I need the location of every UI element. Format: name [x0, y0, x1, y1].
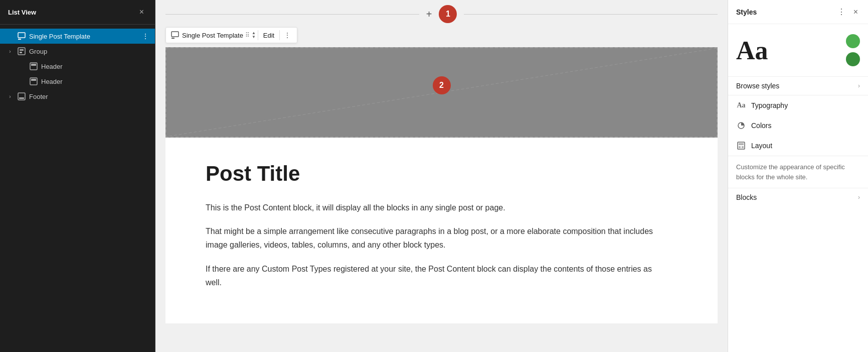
header2-icon	[29, 77, 38, 86]
style-preview: Aa	[728, 24, 868, 77]
svg-rect-8	[31, 79, 36, 81]
toolbar-more-button[interactable]: ⋮	[282, 30, 293, 40]
toolbar-edit-button[interactable]: Edit	[260, 31, 277, 40]
toolbar-divider-2	[279, 30, 280, 40]
layout-label: Layout	[751, 142, 772, 150]
layout-icon	[736, 141, 746, 151]
styles-panel-title: Styles	[736, 8, 757, 16]
post-title: Post Title	[206, 162, 667, 186]
tree-item-label-header2: Header	[41, 78, 149, 85]
post-content-area: Post Title This is the Post Content bloc…	[165, 138, 718, 323]
color-dot-2	[846, 52, 860, 66]
colors-left: Colors	[736, 121, 771, 131]
tree-item-options-single-post[interactable]: ⋮	[142, 32, 149, 40]
step-badge-1: 1	[439, 5, 457, 23]
svg-rect-10	[19, 97, 24, 99]
post-content-p3: If there are any Custom Post Types regis…	[206, 262, 667, 289]
svg-rect-2	[18, 48, 25, 55]
browse-styles-label: Browse styles	[736, 82, 779, 90]
main-canvas: + 1 Single Post Template ⠿ ▲ ▼ Edit ⋮	[155, 0, 728, 352]
expand-arrow-footer: ›	[6, 94, 14, 99]
svg-rect-0	[18, 33, 25, 38]
svg-rect-17	[739, 143, 744, 145]
svg-rect-12	[171, 38, 175, 39]
styles-description: Customize the appearance of specific blo…	[728, 156, 868, 188]
tree-list: Single Post Template ⋮ › Group	[0, 25, 155, 352]
right-panel: Styles ⋮ × Aa Browse styles › Aa Typogra…	[728, 0, 868, 352]
typography-icon: Aa	[736, 100, 746, 110]
post-content-p1: This is the Post Content block, it will …	[206, 201, 667, 214]
color-dot-1	[846, 34, 860, 48]
footer-icon	[17, 92, 26, 101]
toolbar-drag-handle[interactable]: ⠿	[245, 32, 250, 39]
tree-item-label-group: Group	[29, 48, 149, 55]
svg-rect-4	[20, 52, 22, 53]
toolbar-arrows: ▲ ▼	[252, 31, 256, 39]
close-list-view-button[interactable]: ×	[136, 7, 147, 17]
tree-item-single-post-template[interactable]: Single Post Template ⋮	[0, 29, 155, 44]
browse-styles-item[interactable]: Browse styles ›	[728, 77, 868, 95]
svg-rect-19	[742, 146, 744, 148]
styles-panel-header: Styles ⋮ ×	[728, 0, 868, 24]
toolbar-arrow-down[interactable]: ▼	[252, 35, 256, 39]
left-panel: List View × Single Post Template ⋮ ›	[0, 0, 155, 352]
template-icon	[17, 32, 26, 41]
list-view-title: List View	[8, 9, 36, 16]
left-panel-header: List View ×	[0, 0, 155, 25]
post-content: This is the Post Content block, it will …	[206, 201, 667, 289]
step-badge-2: 2	[433, 76, 451, 94]
tree-item-label-single-post: Single Post Template	[29, 33, 139, 40]
styles-close-button[interactable]: ×	[851, 7, 860, 18]
post-content-p2: That might be a simple arrangement like …	[206, 224, 667, 252]
blocks-item[interactable]: Blocks ›	[728, 188, 868, 206]
block-toolbar: Single Post Template ⠿ ▲ ▼ Edit ⋮	[165, 27, 297, 43]
layout-left: Layout	[736, 141, 772, 151]
type-preview: Aa	[736, 36, 768, 65]
add-block-button-top[interactable]: +	[426, 9, 432, 20]
toolbar-block-icon	[170, 30, 180, 40]
toolbar-divider	[258, 30, 258, 40]
group-icon	[17, 47, 26, 56]
typography-left: Aa Typography	[736, 100, 788, 110]
svg-rect-18	[739, 146, 741, 148]
typography-label: Typography	[751, 101, 788, 109]
blocks-chevron: ›	[858, 194, 860, 201]
browse-styles-chevron: ›	[858, 82, 860, 89]
template-block-container: Single Post Template ⠿ ▲ ▼ Edit ⋮ 2	[165, 23, 718, 138]
expand-arrow-group: ›	[6, 49, 14, 54]
tree-item-footer[interactable]: › Footer	[0, 89, 155, 104]
blocks-label: Blocks	[736, 193, 757, 201]
tree-item-header1[interactable]: Header	[0, 59, 155, 74]
svg-rect-1	[18, 39, 21, 40]
tree-item-header2[interactable]: Header	[0, 74, 155, 89]
layout-item[interactable]: Layout	[728, 136, 868, 156]
svg-rect-6	[31, 64, 36, 66]
tree-item-label-header1: Header	[41, 63, 149, 70]
header1-icon	[29, 62, 38, 71]
tree-item-label-footer: Footer	[29, 93, 149, 100]
styles-more-button[interactable]: ⋮	[835, 6, 847, 18]
colors-item[interactable]: Colors	[728, 115, 868, 136]
svg-rect-11	[171, 32, 179, 37]
svg-rect-3	[20, 49, 24, 51]
styles-panel-actions: ⋮ ×	[835, 6, 860, 18]
typography-item[interactable]: Aa Typography	[728, 95, 868, 115]
colors-label: Colors	[751, 122, 771, 130]
template-preview-area: 2	[165, 47, 718, 138]
colors-icon	[736, 121, 746, 131]
toolbar-block-name: Single Post Template	[182, 32, 243, 39]
color-dots	[846, 34, 860, 66]
tree-item-group[interactable]: › Group	[0, 44, 155, 59]
